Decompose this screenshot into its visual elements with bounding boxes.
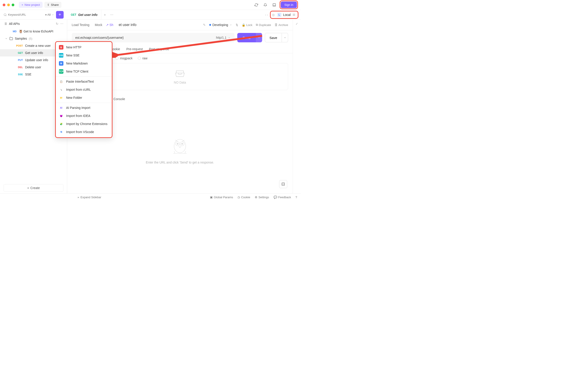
req-tab-pre-request[interactable]: Pre-request xyxy=(126,45,143,53)
dropdown-item-icon: 📁 xyxy=(59,96,64,100)
dropdown-item[interactable]: AIAI Parsing Import xyxy=(56,104,112,112)
menu-icon xyxy=(292,13,296,16)
window-controls xyxy=(3,4,14,6)
protocol-selector[interactable]: http/1.1 xyxy=(213,33,233,42)
tabs: GET Get user info + ⋯ ‹ › ◎ L Local xyxy=(67,10,301,20)
filter-dropdown[interactable]: All xyxy=(45,13,54,16)
close-window[interactable] xyxy=(3,4,6,6)
resp-tab-console[interactable]: Console xyxy=(114,96,125,102)
status-selector[interactable]: Developing xyxy=(209,23,232,27)
subtab-mock[interactable]: Mock xyxy=(95,22,102,28)
svg-point-2 xyxy=(4,14,6,16)
tab-more-button[interactable]: ⋯ xyxy=(108,13,115,16)
save-dropdown[interactable] xyxy=(282,33,288,42)
dropdown-item-icon: 📋 xyxy=(59,79,64,84)
dropdown-item[interactable]: 🧩Import by Chrome Extensions xyxy=(56,120,112,128)
dropdown-item[interactable]: 📁New Folder xyxy=(56,94,112,102)
save-button[interactable]: Save xyxy=(265,33,282,42)
dropdown-item[interactable]: ↘Import from cURL xyxy=(56,86,112,94)
no-data-label: NO Data xyxy=(174,81,186,84)
svg-rect-0 xyxy=(273,4,276,6)
dropdown-item[interactable]: TCPNew TCP Client xyxy=(56,68,112,76)
env-target-icon[interactable]: ◎ xyxy=(271,13,276,16)
duplicate-action[interactable]: ⧉Duplicate xyxy=(256,23,271,27)
all-apis-label: All APIs xyxy=(9,22,20,26)
refresh-icon[interactable]: ↻ xyxy=(56,22,58,26)
search-box[interactable] xyxy=(4,13,44,16)
chevron-down-icon xyxy=(228,36,230,39)
request-name[interactable]: et user info xyxy=(117,22,200,28)
lock-action[interactable]: 🔒Lock xyxy=(242,23,252,27)
chat-icon: 💬 xyxy=(274,196,277,199)
add-button[interactable]: + xyxy=(56,11,64,18)
help-icon[interactable]: ? xyxy=(296,196,297,199)
tab-next-icon[interactable]: › xyxy=(267,13,268,16)
radio-icon xyxy=(116,57,118,60)
dropdown-item[interactable]: ⎘New HTTP xyxy=(56,43,112,51)
environment-selector[interactable]: L Local xyxy=(276,12,297,18)
req-tab-post-response[interactable]: Post-response xyxy=(149,45,169,53)
tab-prev-icon[interactable]: ‹ xyxy=(265,13,266,16)
share-icon: ↗ xyxy=(106,23,109,27)
layout-toggle[interactable] xyxy=(279,180,287,188)
panel-icon[interactable] xyxy=(271,1,278,8)
filter-dot-icon xyxy=(45,14,46,16)
url-input[interactable]: est.echoapi.com/users/{username} xyxy=(72,36,213,40)
response-hint: Enter the URL and click 'Send' to get a … xyxy=(146,160,214,164)
bell-icon[interactable] xyxy=(262,1,269,8)
edit-name-icon[interactable]: ✎ xyxy=(203,23,206,27)
folder-icon xyxy=(10,37,13,40)
chevron-down-icon xyxy=(258,36,260,39)
new-tab-button[interactable]: + xyxy=(101,13,108,16)
dropdown-item-icon: 👿 xyxy=(59,114,64,118)
dropdown-item-icon: TCP xyxy=(59,69,64,74)
dropdown-item[interactable]: 📋Paste Interface/Text xyxy=(56,78,112,86)
dropdown-item-label: New Markdown xyxy=(66,62,88,65)
checkmark-icon[interactable]: ✓ xyxy=(296,22,298,26)
share-button[interactable]: ⇪ Share xyxy=(44,2,62,8)
subtab-load-testing[interactable]: Load Testing xyxy=(72,22,90,28)
cookie-link[interactable]: ◷Cookie xyxy=(238,196,250,199)
tab-get-user-info[interactable]: GET Get user info xyxy=(67,10,101,20)
env-highlight: ◎ L Local xyxy=(270,11,298,19)
dropdown-item-label: New TCP Client xyxy=(66,70,88,73)
sign-in-button[interactable]: Sign in xyxy=(281,2,297,8)
sync-icon[interactable] xyxy=(253,1,260,8)
search-input[interactable] xyxy=(8,13,28,16)
tree-item-md[interactable]: MD 🦉 Get to know EchoAPI xyxy=(0,28,67,35)
list-icon xyxy=(4,22,7,26)
env-label: Local xyxy=(283,13,290,16)
svg-point-13 xyxy=(174,139,186,153)
dropdown-item[interactable]: MNew Markdown xyxy=(56,59,112,68)
send-dropdown[interactable] xyxy=(256,33,262,42)
sort-action[interactable]: ⇅ xyxy=(236,23,238,27)
more-icon[interactable]: ⋯ xyxy=(60,22,64,26)
dropdown-item[interactable]: 👿Import from IDEA xyxy=(56,112,112,120)
gear-icon: ⚙ xyxy=(255,196,258,199)
body-type-msgpack[interactable]: msgpack xyxy=(116,56,132,60)
feedback-link[interactable]: 💬Feedback xyxy=(274,196,291,199)
dropdown-item-label: New Folder xyxy=(66,96,82,100)
global-params[interactable]: ▣Global Params xyxy=(210,196,233,199)
share-action[interactable]: ↗ Sh xyxy=(106,23,113,27)
add-dropdown-menu: ⎘New HTTPSSENew SSEMNew MarkdownTCPNew T… xyxy=(55,41,112,138)
send-button[interactable]: Send xyxy=(237,33,256,42)
settings-link[interactable]: ⚙Settings xyxy=(255,196,269,199)
create-button[interactable]: + Create xyxy=(4,184,64,192)
archive-action[interactable]: 🗄Archive xyxy=(275,23,288,27)
chevron-down-icon xyxy=(284,36,286,39)
box-icon: ▣ xyxy=(210,196,212,199)
new-project-button[interactable]: + New project xyxy=(19,2,42,8)
body-type-raw[interactable]: raw xyxy=(138,56,148,60)
plus-icon: + xyxy=(22,3,23,6)
dropdown-item[interactable]: ⧉Import from VScode xyxy=(56,128,112,136)
dropdown-item[interactable]: SSENew SSE xyxy=(56,51,112,59)
archive-icon: 🗄 xyxy=(275,23,278,27)
all-apis-header[interactable]: All APIs ↻ ⋯ xyxy=(0,20,67,28)
design-subtabs: Load Testing Mock xyxy=(72,22,102,28)
expand-sidebar[interactable]: » Expand Sidebar xyxy=(78,196,101,199)
maximize-window[interactable] xyxy=(12,4,14,6)
inbox-icon xyxy=(174,69,185,78)
minimize-window[interactable] xyxy=(7,4,10,6)
tree-label: 🦉 Get to know EchoAPI xyxy=(19,30,53,33)
